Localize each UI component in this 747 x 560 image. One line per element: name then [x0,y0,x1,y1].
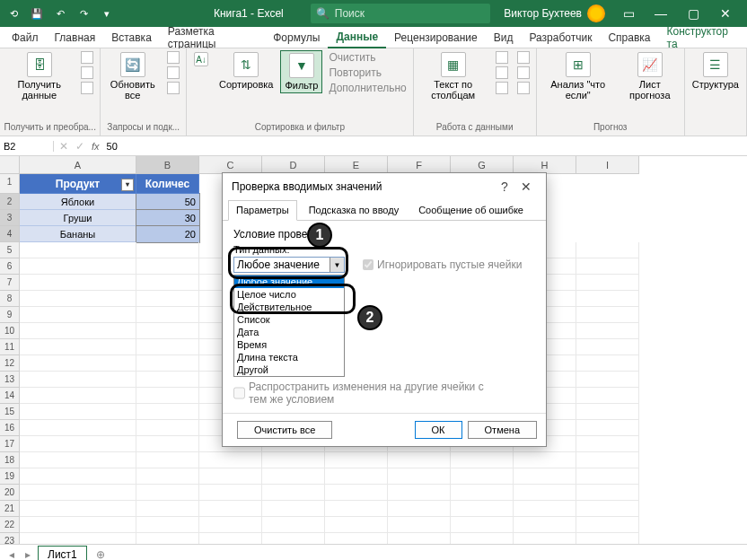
reapply-filter-button[interactable]: Повторить [326,66,409,80]
col-header-c[interactable]: C [199,156,262,174]
select-all-corner[interactable] [0,156,20,174]
advanced-filter-button[interactable]: Дополнительно [326,81,409,95]
ignore-blank-checkbox[interactable] [363,259,374,270]
qat-dropdown-icon[interactable]: ▾ [99,5,115,22]
sheet-nav-next[interactable]: ▸ [22,548,34,561]
opt-custom[interactable]: Другой [234,363,344,376]
tab-data[interactable]: Данные [328,27,386,48]
cell-a4[interactable]: Бананы [20,226,136,242]
whatif-button[interactable]: ⊞Анализ "что если" [540,50,616,102]
row-header[interactable]: 8 [0,291,20,307]
remove-dupes-button[interactable] [493,66,511,80]
formula-input[interactable]: 50 [107,141,118,152]
cell-a3[interactable]: Груши [20,210,136,226]
from-text-button[interactable] [78,50,96,65]
row-header[interactable]: 15 [0,404,20,420]
fx-accept-icon[interactable]: ✓ [75,140,84,153]
row-header[interactable]: 16 [0,420,20,436]
search-box[interactable]: 🔍 Поиск [311,4,490,23]
from-web-button[interactable] [78,66,96,80]
row-header[interactable]: 5 [0,242,20,258]
clear-all-button[interactable]: Очистить все [237,421,332,439]
clear-filter-button[interactable]: Очистить [326,50,409,65]
queries-button[interactable] [164,50,182,65]
tab-view[interactable]: Вид [486,28,522,48]
user-account[interactable]: Виктор Бухтеев [504,4,605,22]
text-to-columns-button[interactable]: ▦Текст по столбцам [417,50,489,102]
fx-icon[interactable]: fx [92,141,100,152]
dialog-close-button[interactable]: ✕ [515,179,537,194]
row-header[interactable]: 21 [0,501,20,517]
opt-time[interactable]: Время [234,338,344,351]
row-header[interactable]: 19 [0,468,20,485]
cell-b4[interactable]: 20 [136,226,199,242]
filter-button[interactable]: ▼Фильтр [280,50,322,93]
consolidate-button[interactable] [514,50,532,65]
cell-a2[interactable]: Яблоки [20,194,136,210]
row-header[interactable]: 22 [0,517,20,533]
sheet-tab[interactable]: Лист1 [38,546,87,560]
col-header-e[interactable]: E [325,156,388,174]
relationships-button[interactable] [514,66,532,80]
sort-az-button[interactable]: A↓ [190,50,212,68]
tab-file[interactable]: Файл [4,28,47,48]
row-header[interactable]: 18 [0,452,20,468]
refresh-all-button[interactable]: 🔄Обновить все [104,50,161,102]
dialog-tab-settings[interactable]: Параметры [228,200,297,221]
cancel-button[interactable]: Отмена [468,421,537,439]
sort-button[interactable]: ⇅Сортировка [215,50,277,92]
forecast-button[interactable]: 📈Лист прогноза [620,50,681,102]
row-header[interactable]: 6 [0,258,20,275]
sheet-nav-prev[interactable]: ◂ [5,548,18,561]
ribbon-options-icon[interactable]: ▭ [612,0,645,27]
col-header-d[interactable]: D [262,156,325,174]
filter-dropdown-icon[interactable]: ▾ [121,179,134,191]
cell-b2[interactable]: 50 [136,194,199,210]
data-validation-button[interactable] [493,81,511,95]
fx-cancel-icon[interactable]: ✕ [59,140,68,153]
edit-links-button[interactable] [164,81,182,95]
ok-button[interactable]: ОК [415,421,462,439]
autosave-icon[interactable]: ⟲ [5,5,22,22]
row-header[interactable]: 9 [0,307,20,323]
get-data-button[interactable]: 🗄Получить данные [4,50,75,102]
col-header-f[interactable]: F [388,156,451,174]
flash-fill-button[interactable] [493,50,511,65]
table-header-product[interactable]: Продукт▾ [20,174,136,194]
row-header[interactable]: 4 [0,226,20,242]
add-sheet-button[interactable]: ⊕ [91,548,110,561]
row-header[interactable]: 11 [0,339,20,355]
opt-text-length[interactable]: Длина текста [234,351,344,363]
row-header[interactable]: 13 [0,372,20,388]
row-header[interactable]: 14 [0,388,20,404]
cell-b3[interactable]: 30 [136,210,199,226]
tab-review[interactable]: Рецензирование [386,28,486,48]
name-box[interactable]: B2 [0,141,54,152]
dialog-tab-input-message[interactable]: Подсказка по вводу [301,200,408,220]
data-model-button[interactable] [514,81,532,95]
col-header-i[interactable]: I [576,156,639,174]
row-header[interactable]: 7 [0,275,20,291]
row-header[interactable]: 2 [0,194,20,210]
row-header[interactable]: 3 [0,210,20,226]
properties-button[interactable] [164,66,182,80]
tab-home[interactable]: Главная [47,28,104,48]
tab-insert[interactable]: Вставка [103,28,160,48]
structure-button[interactable]: ☰Структура [689,50,743,92]
row-header[interactable]: 10 [0,323,20,339]
tab-help[interactable]: Справка [600,28,658,48]
opt-list[interactable]: Список [234,313,344,326]
table-header-qty[interactable]: Количес [136,174,199,194]
col-header-a[interactable]: A [20,156,136,174]
tab-formulas[interactable]: Формулы [265,28,328,48]
from-table-button[interactable] [78,81,96,95]
redo-icon[interactable]: ↷ [75,5,92,22]
dialog-tab-error-alert[interactable]: Сообщение об ошибке [410,200,532,220]
col-header-g[interactable]: G [451,156,514,174]
row-header[interactable]: 17 [0,436,20,452]
col-header-b[interactable]: B [136,156,199,174]
row-header[interactable]: 20 [0,485,20,501]
col-header-h[interactable]: H [514,156,576,174]
row-header[interactable]: 12 [0,355,20,372]
tab-developer[interactable]: Разработчик [521,28,600,48]
